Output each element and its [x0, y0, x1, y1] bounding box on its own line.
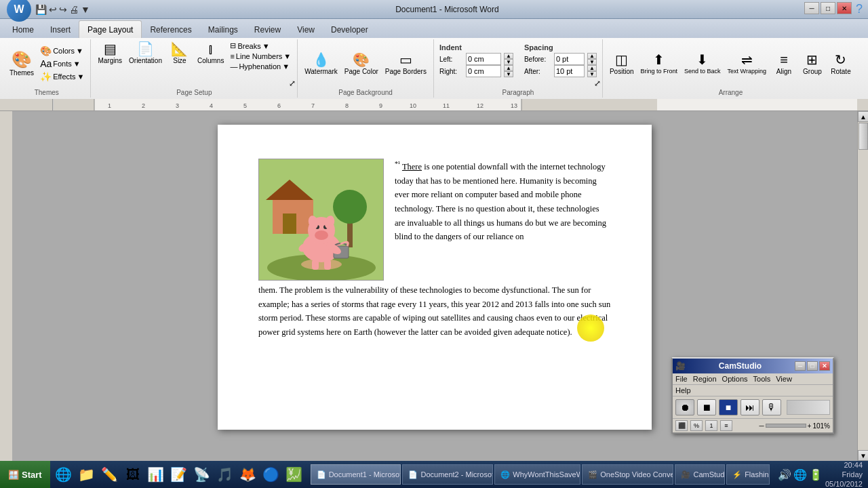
group-button[interactable]: ⊞ Group [799, 52, 826, 77]
cam-play-button[interactable]: ⏭ [741, 399, 760, 415]
taskbar-media-icon[interactable]: 🎵 [214, 464, 236, 485]
spacing-before-spinner[interactable]: ▲ ▼ [587, 53, 597, 65]
line-numbers-button[interactable]: ≡ Line Numbers ▼ [228, 52, 293, 61]
taskbar-task-3[interactable]: 🎬 OneStop Video Converter... [582, 464, 673, 485]
tray-icon-2[interactable]: 🌐 [793, 468, 807, 481]
cam-zoom-slider[interactable] [766, 424, 806, 428]
size-button[interactable]: 📐 Size [166, 41, 193, 66]
colors-button[interactable]: 🎨 Colors ▼ [38, 45, 86, 57]
office-button[interactable]: W [7, 0, 31, 22]
spacing-before-down[interactable]: ▼ [587, 59, 597, 65]
taskbar-task-5[interactable]: ⚡ Flashing [726, 464, 770, 485]
spacing-before-up[interactable]: ▲ [587, 53, 597, 59]
send-to-back-button[interactable]: ⬇ Send to Back [682, 52, 724, 76]
bring-to-front-button[interactable]: ⬆ Bring to Front [638, 52, 681, 76]
redo-btn[interactable]: ↪ [59, 4, 67, 15]
spacing-after-down[interactable]: ▼ [587, 71, 597, 77]
tab-mailings[interactable]: Mailings [200, 22, 246, 38]
rotate-button[interactable]: ↻ Rotate [827, 52, 854, 77]
cam-pause-button[interactable]: ⏹ [697, 399, 716, 415]
close-button[interactable]: ✕ [837, 2, 852, 14]
taskbar-pencil-icon[interactable]: ✏️ [99, 464, 121, 485]
indent-left-up[interactable]: ▲ [504, 53, 513, 59]
indent-right-spinner[interactable]: ▲ ▼ [504, 65, 513, 77]
tab-developer[interactable]: Developer [323, 22, 376, 38]
undo-btn[interactable]: ↩ [49, 4, 57, 15]
themes-button[interactable]: 🎨 Themes [7, 50, 37, 78]
taskbar-word-icon[interactable]: 📝 [168, 464, 190, 485]
tab-references[interactable]: References [142, 22, 199, 38]
tab-review[interactable]: Review [246, 22, 289, 38]
start-button[interactable]: 🪟 Start [0, 461, 50, 488]
indent-right-input[interactable] [466, 65, 501, 77]
text-wrapping-button[interactable]: ⇌ Text Wrapping [725, 52, 769, 76]
tray-icon-1[interactable]: 🔊 [778, 468, 791, 481]
indent-left-down[interactable]: ▼ [504, 59, 513, 65]
print-btn[interactable]: 🖨 [69, 4, 79, 15]
indent-right-up[interactable]: ▲ [504, 65, 513, 71]
taskbar-task-0[interactable]: 📄 Document1 - Microsoft W... [311, 464, 401, 485]
camstudio-restore[interactable]: □ [807, 361, 818, 371]
tray-icon-3[interactable]: 🔋 [809, 468, 823, 481]
vertical-scrollbar[interactable]: ▲ ▼ [857, 111, 868, 461]
taskbar-ie-icon[interactable]: 🌐 [53, 464, 75, 485]
taskbar-task-2[interactable]: 🌐 WhyWontThisSaveWhy... [494, 464, 580, 485]
cam-menu-file[interactable]: File [675, 375, 688, 383]
taskbar-chrome-icon[interactable]: 🔵 [260, 464, 282, 485]
effects-button[interactable]: ✨ Effects ▼ [38, 70, 86, 83]
camstudio-close[interactable]: ✕ [819, 361, 830, 371]
cam-menu-options[interactable]: Options [722, 375, 748, 383]
spacing-after-up[interactable]: ▲ [587, 65, 597, 71]
spacing-before-input[interactable] [554, 53, 585, 65]
orientation-button[interactable]: 📄 Orientation [126, 41, 165, 66]
save-btn[interactable]: 💾 [35, 4, 47, 15]
help-icon[interactable]: ? [856, 2, 863, 16]
taskbar-explorer-icon[interactable]: 📁 [76, 464, 98, 485]
taskbar-task-1[interactable]: 📄 Document2 - Microsoft W... [402, 464, 493, 485]
page-color-button[interactable]: 🎨 Page Color [342, 52, 381, 77]
hyphenation-button[interactable]: — Hyphenation ▼ [228, 62, 293, 71]
scroll-thumb[interactable] [859, 123, 868, 150]
minimize-button[interactable]: ─ [804, 2, 819, 14]
indent-left-input[interactable] [466, 53, 501, 65]
taskbar-photo-icon[interactable]: 🖼 [122, 464, 144, 485]
cam-audio-button[interactable]: 🎙 [762, 399, 781, 415]
fonts-button[interactable]: Aa Fonts ▼ [38, 58, 86, 70]
cam-menu-region[interactable]: Region [693, 375, 717, 383]
taskbar-task-4[interactable]: 🎥 CamStudio [675, 464, 725, 485]
taskbar-finance-icon[interactable]: 💹 [283, 464, 305, 485]
tab-view[interactable]: View [289, 22, 323, 38]
tab-page-layout[interactable]: Page Layout [79, 20, 142, 38]
taskbar-firefox-icon[interactable]: 🦊 [237, 464, 259, 485]
clock[interactable]: 20:44 Friday05/10/2012 [825, 460, 863, 488]
indent-right-down[interactable]: ▼ [504, 71, 513, 77]
qat-dropdown[interactable]: ▼ [81, 4, 90, 15]
taskbar-ppt-icon[interactable]: 📊 [145, 464, 167, 485]
cam-zoom-out[interactable]: ─ [759, 422, 764, 430]
margins-button[interactable]: ▤ Margins [95, 41, 125, 66]
camstudio-minimize[interactable]: ─ [795, 361, 806, 371]
restore-button[interactable]: □ [821, 2, 835, 14]
spacing-after-spinner[interactable]: ▲ ▼ [587, 65, 597, 77]
cam-status-btn-1[interactable]: ⬛ [675, 420, 688, 431]
page-borders-button[interactable]: ▭ Page Borders [382, 52, 429, 77]
columns-button[interactable]: ⫿ Columns [195, 41, 226, 66]
align-button[interactable]: ≡ Align [770, 52, 797, 77]
cam-status-btn-4[interactable]: ≡ [720, 420, 732, 431]
position-button[interactable]: ◫ Position [607, 52, 637, 77]
cam-record-button[interactable]: ⏺ [675, 399, 694, 415]
spacing-after-input[interactable] [554, 65, 585, 77]
paragraph-launcher[interactable]: ⤢ [594, 79, 601, 88]
cam-menu-view[interactable]: View [776, 375, 792, 383]
scroll-up-button[interactable]: ▲ [858, 111, 868, 122]
breaks-button[interactable]: ⊟ Breaks ▼ [228, 41, 293, 51]
watermark-button[interactable]: 💧 Watermark [302, 52, 340, 77]
page-setup-launcher[interactable]: ⤢ [289, 79, 296, 88]
cam-zoom-in[interactable]: + [808, 422, 812, 430]
tab-home[interactable]: Home [4, 22, 42, 38]
taskbar-rss-icon[interactable]: 📡 [191, 464, 213, 485]
cam-status-btn-3[interactable]: 1 [705, 420, 717, 431]
cam-status-btn-2[interactable]: % [690, 420, 703, 431]
indent-left-spinner[interactable]: ▲ ▼ [504, 53, 513, 65]
cam-stop-button[interactable]: ■ [719, 399, 738, 415]
